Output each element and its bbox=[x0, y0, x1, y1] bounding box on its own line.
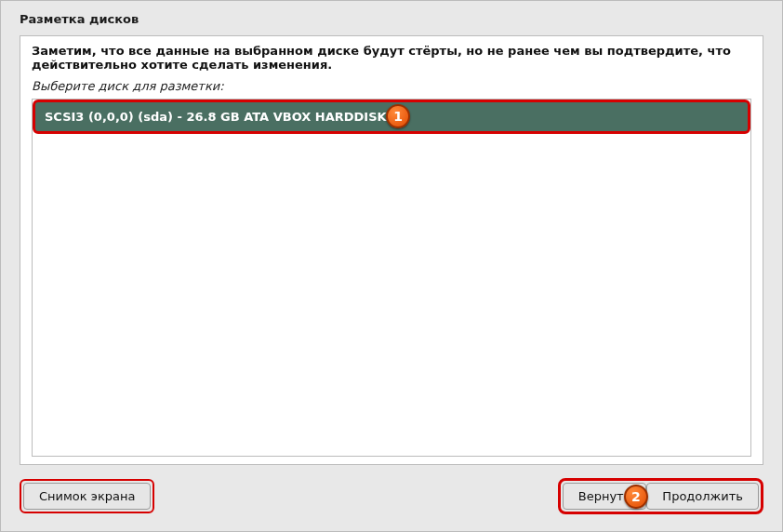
page-title: Разметка дисков bbox=[1, 1, 782, 35]
screenshot-highlight: Снимок экрана bbox=[20, 479, 154, 513]
disk-listbox[interactable]: SCSI3 (0,0,0) (sda) - 26.8 GB ATA VBOX H… bbox=[32, 99, 751, 457]
continue-highlight: Вернуть 2 Продолжить bbox=[558, 478, 763, 514]
warning-text: Заметим, что все данные на выбранном дис… bbox=[20, 36, 763, 75]
button-row: Снимок экрана Вернуть 2 Продолжить bbox=[1, 465, 782, 531]
annotation-badge-1: 1 bbox=[386, 104, 410, 128]
disk-item-label: SCSI3 (0,0,0) (sda) - 26.8 GB ATA VBOX H… bbox=[45, 110, 387, 124]
disk-partitioning-window: Разметка дисков Заметим, что все данные … bbox=[0, 0, 783, 532]
continue-button[interactable]: Продолжить bbox=[646, 483, 759, 510]
disk-item-sda[interactable]: SCSI3 (0,0,0) (sda) - 26.8 GB ATA VBOX H… bbox=[33, 100, 750, 134]
prompt-text: Выберите диск для разметки: bbox=[20, 75, 763, 99]
annotation-badge-2: 2 bbox=[624, 485, 648, 509]
main-panel: Заметим, что все данные на выбранном дис… bbox=[20, 35, 763, 465]
screenshot-button[interactable]: Снимок экрана bbox=[23, 483, 151, 510]
